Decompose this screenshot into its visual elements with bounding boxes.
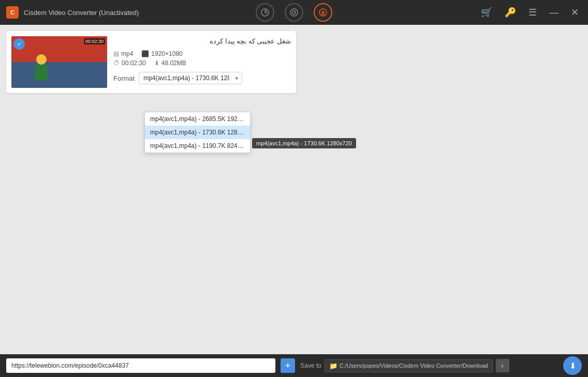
url-input[interactable] bbox=[6, 358, 275, 373]
app-title: Cisdem Video Converter (Unactivated) bbox=[24, 9, 478, 17]
meta-row-2: ⏱ 00:02:30 ⬇ 48.02MB bbox=[113, 59, 291, 67]
bottombar: + Save to 📁 C:/Users/popes/Videos/Cisdem… bbox=[0, 354, 588, 377]
download-tab-btn[interactable] bbox=[314, 3, 332, 22]
puppet-head bbox=[36, 54, 47, 65]
dropdown-item-0[interactable]: mp4(avc1,mp4a) - 2685.5K 1920x1080 bbox=[145, 112, 250, 126]
meta-row-1: ▤ mp4 ⬛ 1920×1080 bbox=[113, 50, 291, 57]
titlebar: C Cisdem Video Converter (Unactivated) bbox=[0, 0, 588, 25]
video-info: شغل عجیبی که بچه پیدا کرده ▤ mp4 ⬛ 1920×… bbox=[107, 36, 291, 84]
folder-icon: 📁 bbox=[329, 362, 337, 370]
resolution-icon: ⬛ bbox=[141, 50, 149, 57]
video-title: شغل عجیبی که بچه پیدا کرده bbox=[113, 37, 291, 45]
thumbnail-duration: 00:02:30 bbox=[84, 38, 105, 44]
save-to-label: Save to bbox=[300, 362, 321, 369]
meta-resolution: ⬛ 1920×1080 bbox=[141, 50, 182, 57]
format-row: Format mp4(avc1,mp4a) - 2685.5K 1920x108… bbox=[113, 72, 291, 84]
clock-icon: ⏱ bbox=[113, 59, 120, 67]
cart-btn[interactable]: 🛒 bbox=[478, 5, 495, 20]
video-card: ✓ 00:02:30 شغل عجیبی که بچه پیدا کرده ▤ … bbox=[6, 31, 296, 93]
menu-btn[interactable]: ☰ bbox=[525, 5, 540, 20]
add-url-btn[interactable]: + bbox=[281, 358, 295, 373]
main-content: ✓ 00:02:30 شغل عجیبی که بچه پیدا کرده ▤ … bbox=[0, 25, 588, 354]
compress-tab-btn[interactable] bbox=[285, 3, 303, 22]
browse-btn[interactable]: › bbox=[496, 359, 509, 372]
duration-value: 00:02:30 bbox=[122, 59, 146, 67]
format-icon: ▤ bbox=[113, 50, 119, 57]
format-value: mp4 bbox=[121, 50, 133, 57]
svg-point-2 bbox=[292, 11, 296, 14]
video-meta: ▤ mp4 ⬛ 1920×1080 ⏱ 00:02:30 ⬇ 4 bbox=[113, 50, 291, 67]
download-icon: ⬇ bbox=[569, 361, 576, 371]
format-select-wrapper: mp4(avc1,mp4a) - 2685.5K 1920x1080 mp4(a… bbox=[139, 72, 242, 84]
convert-tab-btn[interactable] bbox=[256, 3, 274, 22]
check-icon: ✓ bbox=[17, 41, 22, 48]
svg-point-1 bbox=[290, 9, 298, 16]
save-to-section: Save to 📁 C:/Users/popes/Videos/Cisdem V… bbox=[300, 359, 509, 372]
size-icon: ⬇ bbox=[154, 59, 159, 67]
start-download-btn[interactable]: ⬇ bbox=[563, 356, 582, 375]
titlebar-center-icons bbox=[256, 3, 332, 22]
dropdown-item-2[interactable]: mp4(avc1,mp4a) - 1190.7K 824x480 bbox=[145, 139, 250, 153]
minimize-btn[interactable]: — bbox=[546, 5, 562, 20]
size-value: 48.02MB bbox=[161, 59, 186, 67]
thumbnail-checkbox[interactable]: ✓ bbox=[13, 38, 25, 50]
close-btn[interactable]: ✕ bbox=[568, 5, 582, 20]
license-btn[interactable]: 🔑 bbox=[502, 5, 519, 20]
app-logo: C bbox=[6, 6, 19, 19]
save-path-box: 📁 C:/Users/popes/Videos/Cisdem Video Con… bbox=[325, 359, 493, 372]
format-select[interactable]: mp4(avc1,mp4a) - 2685.5K 1920x1080 mp4(a… bbox=[139, 72, 242, 84]
format-tooltip: mp4(avc1,mp4a) - 1730.6K 1280x720 bbox=[252, 138, 356, 148]
format-dropdown-menu: mp4(avc1,mp4a) - 2685.5K 1920x1080 mp4(a… bbox=[144, 112, 251, 153]
format-label: Format bbox=[113, 74, 135, 82]
meta-duration: ⏱ 00:02:30 bbox=[113, 59, 146, 67]
dropdown-item-1[interactable]: mp4(avc1,mp4a) - 1730.6K 1280x720 bbox=[145, 126, 250, 139]
puppet-body bbox=[35, 65, 48, 80]
meta-format: ▤ mp4 bbox=[113, 50, 133, 57]
titlebar-right-buttons: 🛒 🔑 ☰ — ✕ bbox=[478, 5, 582, 20]
meta-size: ⬇ 48.02MB bbox=[154, 59, 186, 67]
video-thumbnail: ✓ 00:02:30 bbox=[11, 36, 107, 88]
resolution-value: 1920×1080 bbox=[151, 50, 182, 57]
logo-text: C bbox=[10, 9, 14, 16]
save-path-text: C:/Users/popes/Videos/Cisdem Video Conve… bbox=[340, 363, 488, 369]
puppet-figure bbox=[32, 54, 50, 83]
